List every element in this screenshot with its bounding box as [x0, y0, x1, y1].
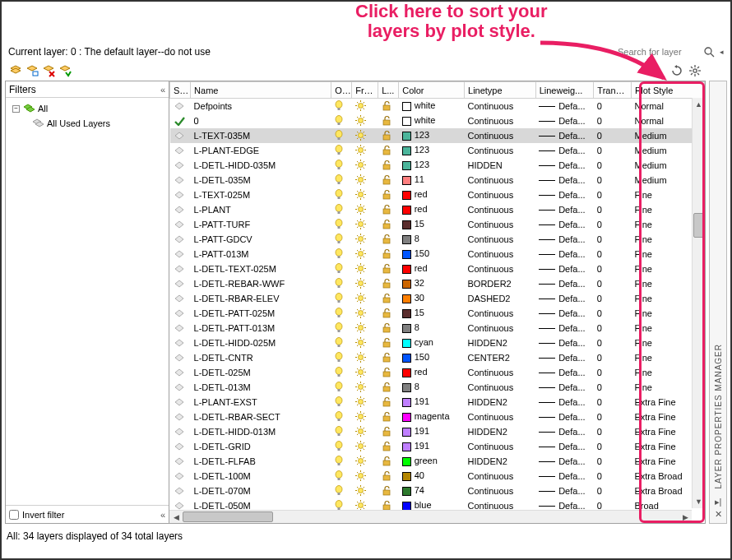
trans-cell[interactable]: 0 — [594, 321, 632, 336]
name-cell[interactable]: L-DETL-100M — [191, 469, 331, 484]
lineweight-cell[interactable]: Defa... — [535, 202, 594, 217]
status-cell[interactable] — [170, 99, 191, 113]
name-cell[interactable]: L-DETL-HIDD-013M — [191, 424, 331, 439]
table-row[interactable]: DefpointswhiteContinuousDefa...0Normal — [170, 99, 705, 113]
status-cell[interactable] — [170, 113, 191, 128]
trans-cell[interactable]: 0 — [594, 291, 632, 306]
lineweight-cell[interactable]: Defa... — [535, 365, 594, 380]
lock-cell[interactable] — [378, 99, 399, 113]
freeze-cell[interactable] — [352, 439, 378, 454]
table-row[interactable]: L-DETL-HIDD-013M191HIDDEN2Defa...0Extra … — [170, 424, 705, 439]
status-cell[interactable] — [170, 291, 191, 306]
status-cell[interactable] — [170, 187, 191, 202]
linetype-cell[interactable]: Continuous — [465, 484, 536, 498]
on-cell[interactable] — [331, 350, 352, 365]
status-cell[interactable] — [170, 173, 191, 187]
trans-cell[interactable]: 0 — [594, 113, 632, 128]
col-header-freeze[interactable]: Fre... — [352, 82, 378, 99]
col-header-plotstyle[interactable]: Plot Style — [631, 82, 704, 99]
lineweight-cell[interactable]: Defa... — [535, 247, 594, 261]
name-cell[interactable]: L-DETL-RBAR-ELEV — [191, 291, 331, 306]
table-row[interactable]: L-DETL-HIDD-035M123HIDDENDefa...0Medium — [170, 158, 705, 173]
scroll-right-icon[interactable]: ▶ — [679, 511, 692, 523]
trans-cell[interactable]: 0 — [594, 128, 632, 143]
linetype-cell[interactable]: Continuous — [465, 217, 536, 232]
color-cell[interactable]: 191 — [399, 424, 465, 439]
status-cell[interactable] — [170, 128, 191, 143]
linetype-cell[interactable]: HIDDEN — [465, 158, 536, 173]
table-row[interactable]: L-DETL-HIDD-025McyanHIDDEN2Defa...0Fine — [170, 336, 705, 350]
trans-cell[interactable]: 0 — [594, 158, 632, 173]
name-cell[interactable]: L-DETL-PATT-013M — [191, 321, 331, 336]
lineweight-cell[interactable]: Defa... — [535, 291, 594, 306]
name-cell[interactable]: L-DETL-PATT-025M — [191, 306, 331, 321]
name-cell[interactable]: L-PLANT-EXST — [191, 395, 331, 410]
lock-cell[interactable] — [378, 350, 399, 365]
lineweight-cell[interactable]: Defa... — [535, 187, 594, 202]
name-cell[interactable]: L-TEXT-035M — [191, 128, 331, 143]
freeze-cell[interactable] — [352, 424, 378, 439]
name-cell[interactable]: L-DETL-REBAR-WWF — [191, 276, 331, 291]
color-cell[interactable]: cyan — [399, 336, 465, 350]
name-cell[interactable]: L-DETL-HIDD-035M — [191, 158, 331, 173]
table-row[interactable]: L-PATT-GDCV8ContinuousDefa...0Fine — [170, 232, 705, 247]
on-cell[interactable] — [331, 143, 352, 158]
table-row[interactable]: L-DETL-035M11ContinuousDefa...0Medium — [170, 173, 705, 187]
status-cell[interactable] — [170, 321, 191, 336]
lineweight-cell[interactable]: Defa... — [535, 158, 594, 173]
linetype-cell[interactable]: Continuous — [465, 202, 536, 217]
lineweight-cell[interactable]: Defa... — [535, 380, 594, 395]
on-cell[interactable] — [331, 232, 352, 247]
table-row[interactable]: L-DETL-TEXT-025MredContinuousDefa...0Fin… — [170, 261, 705, 276]
status-cell[interactable] — [170, 380, 191, 395]
scroll-up-icon[interactable]: ▲ — [693, 98, 705, 111]
on-cell[interactable] — [331, 336, 352, 350]
name-cell[interactable]: L-DETL-CNTR — [191, 350, 331, 365]
linetype-cell[interactable]: Continuous — [465, 128, 536, 143]
linetype-cell[interactable]: Continuous — [465, 99, 536, 113]
table-row[interactable]: L-DETL-PATT-025M15ContinuousDefa...0Fine — [170, 306, 705, 321]
lineweight-cell[interactable]: Defa... — [535, 217, 594, 232]
lock-cell[interactable] — [378, 202, 399, 217]
freeze-cell[interactable] — [352, 469, 378, 484]
freeze-cell[interactable] — [352, 365, 378, 380]
lock-cell[interactable] — [378, 232, 399, 247]
lineweight-cell[interactable]: Defa... — [535, 439, 594, 454]
lock-cell[interactable] — [378, 187, 399, 202]
status-cell[interactable] — [170, 202, 191, 217]
table-row[interactable]: L-PATT-TURF15ContinuousDefa...0Fine — [170, 217, 705, 232]
color-cell[interactable]: 15 — [399, 306, 465, 321]
table-row[interactable]: L-DETL-025MredContinuousDefa...0Fine — [170, 365, 705, 380]
trans-cell[interactable]: 0 — [594, 99, 632, 113]
on-cell[interactable] — [331, 173, 352, 187]
new-layer-button[interactable] — [8, 63, 23, 78]
on-cell[interactable] — [331, 99, 352, 113]
linetype-cell[interactable]: Continuous — [465, 365, 536, 380]
scroll-thumb[interactable] — [693, 213, 704, 238]
freeze-cell[interactable] — [352, 143, 378, 158]
lineweight-cell[interactable]: Defa... — [535, 454, 594, 469]
lineweight-cell[interactable]: Defa... — [535, 232, 594, 247]
trans-cell[interactable]: 0 — [594, 306, 632, 321]
lock-cell[interactable] — [378, 158, 399, 173]
horizontal-scrollbar[interactable]: ◀ ▶ — [169, 510, 692, 523]
trans-cell[interactable]: 0 — [594, 469, 632, 484]
linetype-cell[interactable]: Continuous — [465, 232, 536, 247]
col-header-color[interactable]: Color — [399, 82, 465, 99]
table-row[interactable]: L-DETL-PATT-013M8ContinuousDefa...0Fine — [170, 321, 705, 336]
set-current-button[interactable] — [58, 63, 72, 78]
color-cell[interactable]: 40 — [399, 469, 465, 484]
table-row[interactable]: L-DETL-CNTR150CENTER2Defa...0Fine — [170, 350, 705, 365]
linetype-cell[interactable]: HIDDEN2 — [465, 395, 536, 410]
status-cell[interactable] — [170, 336, 191, 350]
lock-cell[interactable] — [378, 484, 399, 498]
name-cell[interactable]: L-DETL-HIDD-025M — [191, 336, 331, 350]
linetype-cell[interactable]: Continuous — [465, 173, 536, 187]
table-row[interactable]: L-PLANT-EXST191HIDDEN2Defa...0Extra Fine — [170, 395, 705, 410]
trans-cell[interactable]: 0 — [594, 143, 632, 158]
table-row[interactable]: L-DETL-RBAR-ELEV30DASHED2Defa...0Fine — [170, 291, 705, 306]
panel-close-icon[interactable]: ✕ — [715, 509, 722, 520]
color-cell[interactable]: green — [399, 454, 465, 469]
filters-collapse-icon[interactable]: « — [160, 85, 165, 95]
linetype-cell[interactable]: Continuous — [465, 321, 536, 336]
